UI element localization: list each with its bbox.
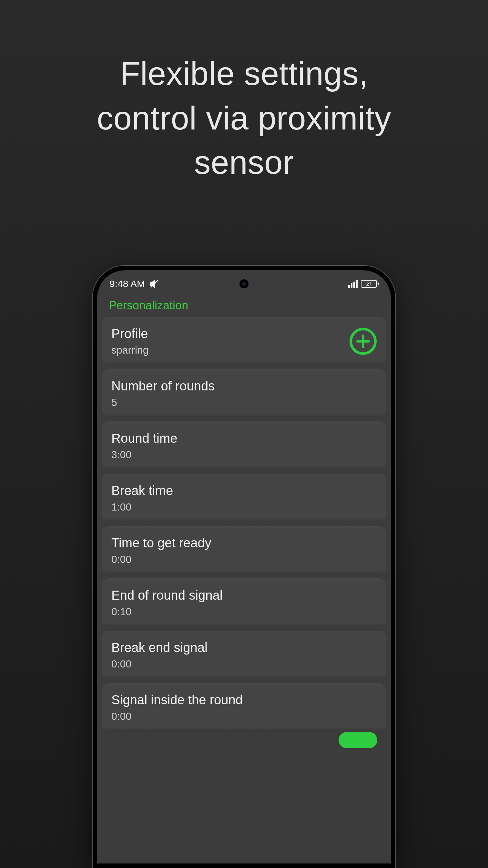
settings-label: End of round signal <box>111 588 223 602</box>
settings-value: 5 <box>111 397 215 408</box>
plus-icon <box>356 334 370 349</box>
status-time: 9:48 AM <box>109 278 145 289</box>
settings-label: Round time <box>111 431 177 445</box>
headline-line-1: Flexible settings, <box>97 52 391 96</box>
settings-value: sparring <box>111 344 149 356</box>
next-row-toggle-hint <box>102 735 386 748</box>
settings-row-profile[interactable]: Profile sparring <box>102 317 386 365</box>
settings-label: Break end signal <box>111 640 207 655</box>
phone-frame: 9:48 AM 27 <box>93 266 395 868</box>
settings-label: Break time <box>111 484 173 498</box>
headline-line-2: control via proximity <box>97 96 391 141</box>
settings-row-end-of-round-signal[interactable]: End of round signal 0:10 <box>102 578 386 626</box>
camera-lens <box>242 282 246 286</box>
settings-value: 0:00 <box>111 554 212 565</box>
settings-value: 3:00 <box>111 449 177 461</box>
battery-icon: 27 <box>361 280 379 288</box>
settings-row-number-of-rounds[interactable]: Number of rounds 5 <box>102 369 386 417</box>
mute-icon <box>150 279 159 289</box>
settings-label: Number of rounds <box>111 379 215 393</box>
settings-label: Profile <box>111 327 149 341</box>
settings-row-round-time[interactable]: Round time 3:00 <box>102 422 386 469</box>
phone-screen: 9:48 AM 27 <box>97 270 391 864</box>
add-profile-button[interactable] <box>350 328 377 355</box>
camera-notch <box>239 279 249 288</box>
battery-level: 27 <box>361 280 377 288</box>
settings-row-time-to-get-ready[interactable]: Time to get ready 0:00 <box>102 526 386 574</box>
status-bar-left: 9:48 AM <box>109 278 159 289</box>
settings-row-signal-inside-round[interactable]: Signal inside the round 0:00 <box>102 683 386 731</box>
settings-row-break-end-signal[interactable]: Break end signal 0:00 <box>102 631 386 678</box>
status-bar-right: 27 <box>348 280 379 288</box>
settings-label: Signal inside the round <box>111 693 243 707</box>
toggle-switch[interactable] <box>338 732 377 748</box>
settings-value: 0:00 <box>111 658 207 670</box>
settings-row-break-time[interactable]: Break time 1:00 <box>102 474 386 522</box>
marketing-headline: Flexible settings, control via proximity… <box>97 52 391 185</box>
settings-label: Time to get ready <box>111 536 212 550</box>
settings-list: Profile sparring Number of rounds 5 <box>97 317 391 748</box>
settings-value: 0:10 <box>111 606 223 618</box>
section-header-personalization: Personalization <box>97 293 391 317</box>
headline-line-3: sensor <box>97 141 391 185</box>
settings-value: 0:00 <box>111 710 243 722</box>
settings-value: 1:00 <box>111 501 173 513</box>
signal-icon <box>348 280 358 288</box>
